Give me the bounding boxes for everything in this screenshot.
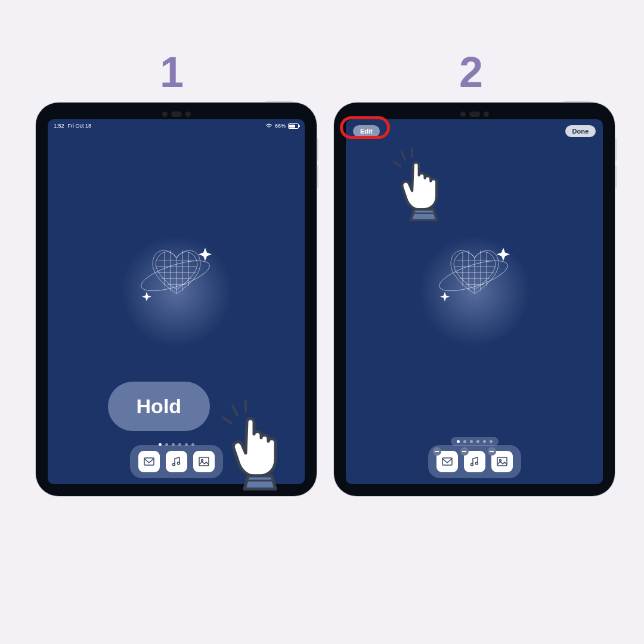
svg-line-17 (401, 152, 405, 160)
mail-icon[interactable] (138, 451, 160, 472)
highlight-ring (340, 116, 390, 139)
tablet-step-2: Edit Done (334, 103, 615, 496)
home-screen-edit-mode[interactable]: Edit Done (346, 119, 603, 484)
photos-icon[interactable] (193, 451, 215, 472)
svg-line-16 (394, 162, 400, 166)
mail-icon[interactable] (436, 451, 458, 472)
battery-percent: 66% (275, 123, 286, 129)
camera-bar (153, 110, 200, 117)
tap-hand-icon (392, 147, 456, 224)
side-button (317, 165, 318, 188)
svg-rect-4 (199, 457, 209, 466)
camera-bar (451, 110, 499, 117)
svg-point-3 (177, 462, 179, 465)
music-icon[interactable] (464, 451, 485, 472)
wifi-icon (265, 123, 273, 129)
svg-line-13 (233, 405, 237, 415)
side-button (317, 138, 318, 161)
remove-badge[interactable] (433, 447, 441, 456)
svg-point-2 (172, 463, 175, 466)
dock (130, 445, 223, 478)
svg-point-8 (470, 463, 473, 466)
photos-icon[interactable] (491, 451, 513, 472)
status-time: 1:52 (54, 123, 64, 129)
top-button (265, 101, 293, 103)
side-button (615, 165, 617, 188)
music-icon[interactable] (166, 451, 187, 472)
step-2-label: 2 (459, 48, 483, 97)
battery-icon (288, 123, 299, 129)
svg-rect-1 (144, 458, 154, 465)
wallpaper-heart (433, 237, 516, 317)
svg-point-9 (475, 462, 478, 465)
remove-badge[interactable] (460, 447, 469, 456)
side-button (615, 138, 617, 161)
wallpaper-heart (135, 237, 218, 317)
step-1-label: 1 (160, 48, 184, 97)
done-button[interactable]: Done (565, 125, 596, 137)
hold-button[interactable]: Hold (108, 382, 210, 431)
status-date: Fri Oct 18 (68, 123, 92, 129)
svg-rect-7 (442, 458, 452, 465)
svg-line-12 (223, 417, 231, 423)
tap-hand-icon (221, 400, 298, 494)
top-button (564, 101, 591, 103)
status-bar: 1:52 Fri Oct 18 66% (54, 123, 299, 129)
svg-rect-10 (497, 457, 507, 466)
dock (428, 445, 521, 478)
remove-badge[interactable] (488, 447, 496, 456)
